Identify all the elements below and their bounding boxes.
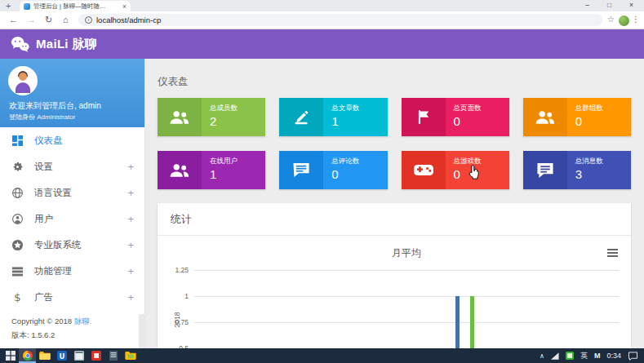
maximize-button[interactable]: □ [598, 0, 620, 11]
sidebar-item-user[interactable]: 用户 + [0, 206, 145, 232]
stat-card[interactable]: 总评论数 0 [279, 151, 387, 189]
stat-card[interactable]: 总群组数 0 [523, 98, 631, 136]
sidebar-item-star[interactable]: 专业版系统 + [0, 232, 145, 258]
wechat-bubbles-logo-icon [11, 36, 29, 52]
chart: 月平均 2018 1.2510.750.5 [158, 236, 631, 348]
taskbar-explorer-icon[interactable] [36, 348, 53, 363]
sidebar-item-globe[interactable]: 语言设置 + [0, 179, 145, 206]
sidebar-item-dashboard[interactable]: 仪表盘 [0, 127, 145, 153]
sidebar-scrollbar[interactable] [139, 314, 144, 348]
chart-gridline [194, 322, 619, 323]
expand-plus-icon[interactable]: + [126, 239, 134, 251]
taskbar-red-app-icon[interactable] [87, 348, 104, 363]
expand-plus-icon[interactable]: + [126, 213, 134, 225]
stat-card-value: 0 [331, 167, 387, 181]
browser-toolbar: ← → ↻ ⌂ i localhost/admin-cp ☆ ⋮ [0, 11, 644, 29]
stat-cards-grid: 总成员数 2 总文章数 1 总页面数 0 总群组数 0 在线用户 1 [158, 98, 631, 189]
taskbar-window-app-icon[interactable] [70, 348, 87, 363]
page-title: 仪表盘 [158, 59, 631, 89]
taskbar-u-app-icon[interactable]: U [53, 348, 70, 363]
chart-bar-series-green [470, 296, 474, 348]
chart-bar-series-blue [455, 296, 460, 348]
taskbar-chrome-icon[interactable] [19, 348, 36, 363]
site-info-icon[interactable]: i [85, 16, 92, 24]
close-button[interactable]: × [620, 0, 642, 11]
stat-card[interactable]: 总文章数 1 [279, 98, 387, 136]
expand-plus-icon[interactable]: + [126, 265, 134, 277]
welcome-text: 欢迎来到管理后台, admin [9, 100, 101, 112]
games-icon [402, 151, 446, 189]
address-bar[interactable]: i localhost/admin-cp [78, 14, 602, 26]
browser-profile-avatar[interactable] [619, 15, 629, 26]
action-center-icon[interactable] [628, 352, 638, 361]
pencil-icon [279, 98, 323, 136]
new-tab-button[interactable]: + [6, 0, 11, 11]
chart-title: 月平均 [194, 246, 619, 260]
chart-gridline [194, 296, 619, 297]
user-avatar [8, 66, 38, 95]
taskbar-start-icon[interactable] [2, 348, 19, 363]
messages-icon [523, 151, 567, 189]
browser-tab[interactable]: 管理后台 | 脉聊—随时随… × [20, 1, 131, 11]
chart-gridline [194, 270, 619, 271]
windows-taskbar: U ∧ 英 M 0:34 [0, 348, 644, 363]
members-icon [158, 98, 202, 136]
dollar-icon: $ [11, 291, 24, 303]
sidebar-item-label: 功能管理 [34, 265, 126, 277]
m-app-tray-icon[interactable]: M [594, 352, 601, 360]
stat-card[interactable]: 在线用户 1 [158, 151, 265, 189]
main-content: 仪表盘 总成员数 2 总文章数 1 总页面数 0 总群组数 0 在线用户 [145, 59, 644, 348]
ime-indicator[interactable]: 英 [580, 351, 588, 361]
stat-card-label: 总消息数 [575, 157, 631, 166]
dashboard-icon [11, 135, 24, 147]
stat-card-value: 3 [575, 167, 631, 181]
network-icon[interactable] [551, 352, 559, 360]
sidebar-footer: Copyright © 2018 脉聊. 版本: 1.5.6.2 [11, 317, 91, 341]
forward-icon[interactable]: → [27, 15, 36, 24]
stat-card[interactable]: 总游戏数 0 [402, 151, 509, 189]
stat-card-label: 总评论数 [331, 157, 387, 166]
clock[interactable]: 0:34 [606, 352, 621, 360]
window-controls: – □ × [576, 0, 642, 11]
sidebar-item-gear[interactable]: 设置 + [0, 153, 145, 179]
back-icon[interactable]: ← [9, 15, 18, 24]
minimize-button[interactable]: – [576, 0, 598, 11]
tab-close-icon[interactable]: × [122, 2, 127, 11]
brand-name: MaiLi 脉聊 [36, 37, 97, 52]
stat-card[interactable]: 总页面数 0 [402, 98, 509, 136]
reload-icon[interactable]: ↻ [45, 15, 52, 25]
taskbar-notebook-app-icon[interactable] [104, 348, 122, 363]
home-icon[interactable]: ⌂ [63, 15, 69, 24]
browser-menu-icon[interactable]: ⋮ [632, 15, 640, 24]
sidebar-item-label: 专业版系统 [34, 239, 126, 251]
role-text: 登陆身份 Administrator [9, 113, 75, 122]
sidebar-item-dollar[interactable]: $ 广告 + [0, 284, 145, 310]
copyright-brand-link[interactable]: 脉聊. [74, 317, 92, 325]
sidebar-item-bars[interactable]: 功能管理 + [0, 258, 145, 284]
stats-panel-title: 统计 [158, 203, 631, 236]
sidebar-item-label: 语言设置 [34, 187, 126, 199]
sidebar-item-label: 用户 [34, 213, 126, 225]
chart-ytick-label: 0.75 [158, 318, 189, 326]
tab-title: 管理后台 | 脉聊—随时随… [33, 2, 119, 11]
expand-plus-icon[interactable]: + [126, 291, 134, 303]
expand-plus-icon[interactable]: + [126, 161, 134, 173]
chart-ytick-label: 1 [158, 292, 189, 300]
stats-panel: 统计 月平均 2018 1.2510.750.5 [158, 203, 631, 348]
star-icon [11, 239, 24, 251]
stat-card[interactable]: 总消息数 3 [523, 151, 631, 189]
tray-chevron-icon[interactable]: ∧ [540, 352, 544, 360]
sidebar-profile: 欢迎来到管理后台, admin 登陆身份 Administrator [0, 59, 144, 127]
version-text: 版本: 1.5.6.2 [11, 330, 91, 341]
bookmark-star-icon[interactable]: ☆ [607, 15, 615, 24]
expand-plus-icon[interactable]: + [126, 187, 134, 199]
stat-card[interactable]: 总成员数 2 [158, 98, 265, 136]
tray-app-icon[interactable] [566, 352, 574, 360]
browser-tabstrip: + 管理后台 | 脉聊—随时随… × – □ × [0, 0, 644, 11]
taskbar-documents-folder-icon[interactable] [122, 348, 139, 363]
chart-hamburger-menu-icon[interactable] [607, 249, 618, 259]
stat-card-label: 总群组数 [575, 104, 631, 113]
svg-text:$: $ [14, 291, 20, 303]
system-tray: ∧ 英 M 0:34 [540, 351, 644, 361]
stat-card-label: 总页面数 [454, 104, 509, 113]
